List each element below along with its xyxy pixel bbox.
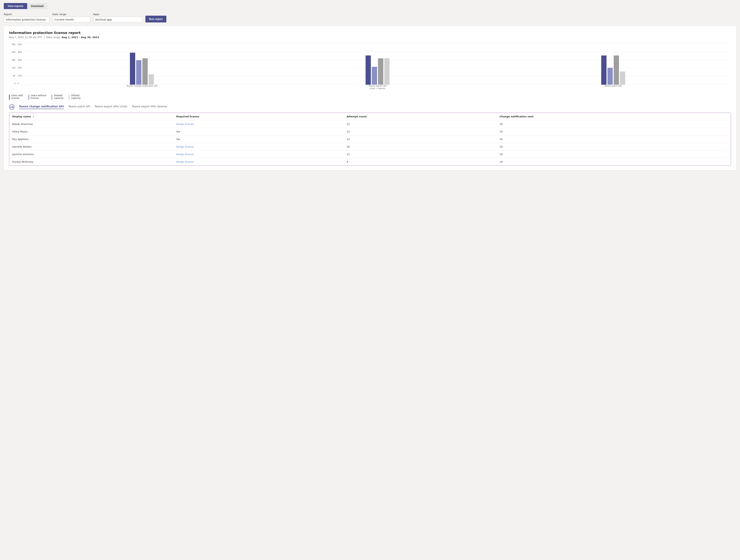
bar-2-4 [384,58,389,85]
bar-group-1 [28,52,256,85]
cell-change-notification-sent: 10 [496,158,731,166]
top-tabs-bar: View reports Download [0,0,740,9]
chart-y-axis-left: 30k 24k 18k 12k 6k 0 [9,43,17,90]
cell-required-license: Yes [173,128,344,135]
report-filter-group: Report Information protection license ⌄ [4,13,50,22]
col-display-name[interactable]: Display name ↓ [9,113,173,120]
cell-required-license: Yes [173,135,344,143]
table-row: Hilary ReyesYes1310 [9,128,731,135]
chart-label-1: Teams change notification API [28,85,256,87]
cell-change-notification-sent: 10 [496,143,731,150]
chart-label-3: Teams patch API [499,85,727,87]
col-attempt-count: Attempt count [344,113,496,120]
tab-export-teams[interactable]: Teams export APIs (teams) [132,105,167,109]
cell-required-license[interactable]: Assign license [173,120,344,128]
tab-patch-api[interactable]: Teams patch API [68,105,90,109]
filter-bar: Report Information protection license ⌄ … [0,9,740,26]
cell-attempt-count: 12 [344,120,496,128]
assign-license-link[interactable]: Assign license [176,160,194,163]
cell-display-name: Jazmine Simmons [9,150,173,158]
table-row: Babak ShammasAssign license1210 [9,120,731,128]
report-meta: Aug 7, 2021 11:59 am (PT) | Date range: … [9,36,731,39]
report-card: Information protection license report Au… [4,26,736,170]
cell-required-license[interactable]: Assign license [173,150,344,158]
assign-license-link[interactable]: Assign license [176,145,194,148]
cell-display-name: Babak Shammas [9,120,173,128]
download-tab[interactable]: Download [27,3,48,9]
bar-2-1 [366,55,371,85]
legend-swatch-medium-gray [52,95,52,100]
table-header-row: Display name ↓ Required license Attempt … [9,113,731,120]
date-dropdown[interactable]: Current month [53,17,90,22]
tab-export-chat[interactable]: Teams export APIs (chat) [95,105,127,109]
legend-label-users-with-license: Users withlicense [11,94,23,99]
cell-display-name: Krystal McKinney [9,158,173,166]
sort-arrow-display-name: ↓ [32,115,34,118]
chart-body: Teams change notification API Teams expo… [24,43,731,90]
apps-filter-group: Apps Archival app [93,13,143,22]
chart-labels: Teams change notification API Teams expo… [24,85,731,90]
view-reports-tab[interactable]: View reports [4,3,27,9]
bar-3-3 [614,55,619,85]
table-tabs-row: 10 Teams change notification API Teams p… [9,104,731,110]
legend-utilized-capacity: Utilizedcapacity [69,94,81,100]
data-table-wrapper: Display name ↓ Required license Attempt … [9,113,731,166]
date-filter-group: Date range Current month [53,13,90,22]
col-change-notification-sent: Change notification sent [496,113,731,120]
date-dropdown-value: Current month [55,18,74,21]
legend-swatch-light-gray [69,95,70,100]
legend-label-utilized-capacity: Utilizedcapacity [71,94,81,99]
table-row: Roy AppletonYes1210 [9,135,731,143]
apps-dropdown[interactable]: Archival app [93,17,143,22]
report-dropdown-value: Information protection license [6,18,45,21]
cell-attempt-count: 4 [344,158,496,166]
legend-users-with-license: Users withlicense [9,94,23,100]
report-date-range: Aug 1, 2021 - Aug 30, 2021 [62,36,99,39]
cell-attempt-count: 12 [344,135,496,143]
cell-attempt-count: 11 [344,150,496,158]
table-row: Jazmine SimmonsAssign license1110 [9,150,731,158]
bar-3-4 [620,72,625,85]
bar-group-2 [264,55,492,85]
assign-license-link[interactable]: Assign license [176,153,194,156]
cell-change-notification-sent: 10 [496,135,731,143]
apps-dropdown-value: Archival app [95,18,112,21]
bar-2-3 [378,58,383,85]
legend-swatch-medium-blue [28,95,29,100]
report-label: Report [4,13,50,16]
cell-change-notification-sent: 10 [496,128,731,135]
cell-attempt-count: 13 [344,128,496,135]
apps-label: Apps [93,13,143,16]
legend-swatch-dark-blue [9,95,10,100]
cell-change-notification-sent: 10 [496,120,731,128]
cell-required-license[interactable]: Assign license [173,143,344,150]
chart-y-axis-right: 500 400 300 200 100 0 [17,43,24,90]
bar-1-2 [136,60,142,85]
assign-license-link[interactable]: Assign license [176,123,194,125]
bar-3-2 [608,68,613,85]
legend-seeded-capacity: Seededcapacity [52,94,64,100]
date-label: Date range [53,13,90,16]
table-row: Danielle BookerAssign license2010 [9,143,731,150]
table-badge: 10 [9,104,14,110]
table-row: Krystal McKinneyAssign license410 [9,158,731,166]
cell-required-license[interactable]: Assign license [173,158,344,166]
report-dropdown-chevron-icon: ⌄ [45,18,47,21]
col-required-license: Required license [173,113,344,120]
cell-display-name: Hilary Reyes [9,128,173,135]
data-table: Display name ↓ Required license Attempt … [9,113,731,165]
chart-legend: Users withlicense Users withoutlicense S… [9,94,731,100]
legend-users-without-license: Users withoutlicense [28,94,47,100]
chart-label-2: Teams export API(chat + teams) [264,85,492,90]
report-timestamp: Aug 7, 2021 11:59 am (PT) [9,36,42,39]
bar-1-1 [130,52,135,85]
chart-bars [24,43,731,85]
report-dropdown[interactable]: Information protection license ⌄ [4,17,50,22]
legend-label-seeded-capacity: Seededcapacity [54,94,64,99]
cell-display-name: Roy Appleton [9,135,173,143]
cell-display-name: Danielle Booker [9,143,173,150]
cell-change-notification-sent: 10 [496,150,731,158]
report-card-title: Information protection license report [9,31,731,35]
tab-change-notification[interactable]: Teams change notification API [19,105,64,109]
run-report-button[interactable]: Run report [146,16,167,22]
